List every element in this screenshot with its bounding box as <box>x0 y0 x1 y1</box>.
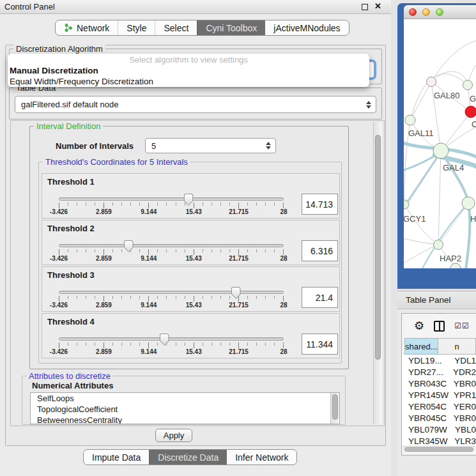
horizontal-scrollbar[interactable] <box>403 446 475 452</box>
list-scrollbar[interactable] <box>330 393 339 424</box>
table-cell[interactable]: YBL0 <box>450 425 476 434</box>
node-label: GA <box>470 94 476 104</box>
table-cell[interactable]: YPR145W <box>402 390 449 400</box>
tab-select[interactable]: Select <box>155 20 197 35</box>
table-cell[interactable]: YDL19... <box>402 356 449 365</box>
node-gal80[interactable] <box>427 77 436 87</box>
table-row[interactable]: YDR27...YDR2 <box>402 366 476 378</box>
node-label: GAL80 <box>434 91 459 100</box>
threshold-4-slider[interactable] <box>59 337 284 341</box>
table-data-value: galFiltered.sif default node <box>21 100 118 109</box>
attributes-group-title: Attributes to discretize <box>26 371 113 381</box>
minimize-traffic-light-icon[interactable] <box>422 8 430 16</box>
list-item[interactable]: TopologicalCoefficient <box>31 404 339 415</box>
slider-ticks <box>59 249 284 255</box>
table-panel-title: Table Panel <box>406 295 451 305</box>
table-cell[interactable]: YBR043C <box>402 379 449 388</box>
tab-style[interactable]: Style <box>118 20 155 35</box>
interval-definition-title: Interval Definition <box>34 121 103 131</box>
table-data-combobox[interactable]: galFiltered.sif default node <box>15 96 376 113</box>
table-cell[interactable]: YBR045C <box>402 413 449 423</box>
tick-label: 9.144 <box>141 348 157 355</box>
tab-cyni-toolbox[interactable]: Cyni Toolbox <box>197 20 265 35</box>
interval-definition-group: Interval Definition Number of Intervals … <box>29 126 349 369</box>
network-canvas[interactable]: GAL80 GA GAL11 GAL4 GCY1 H HAP2 C <box>404 19 476 268</box>
scrollbar-thumb[interactable] <box>404 447 473 452</box>
list-item[interactable]: BetweennessCentrality <box>31 415 339 424</box>
table-row[interactable]: YBL079WYBL0 <box>402 424 476 435</box>
tick-label: 15.43 <box>186 208 202 215</box>
threshold-1-panel: Threshold 1 -3.426 2.859 9.144 15.43 21.… <box>42 173 340 219</box>
tick-label: 2.859 <box>96 255 112 262</box>
node[interactable] <box>462 197 475 210</box>
threshold-2-slider[interactable] <box>59 244 284 247</box>
algorithm-dropdown-popup: Select algorithm to view settings Manual… <box>8 54 369 87</box>
float-window-icon[interactable] <box>362 4 368 10</box>
tick-label: -3.426 <box>50 348 68 355</box>
tick-label: 9.144 <box>141 208 157 215</box>
column-header-shared[interactable]: shared... <box>404 338 438 355</box>
node-label: H <box>470 214 476 224</box>
table-row[interactable]: YDL19...YDL1 <box>402 355 476 366</box>
gear-icon[interactable]: ⚙ <box>414 320 424 332</box>
node-table-rows[interactable]: YDL19...YDL1YDR27...YDR2YBR043CYBR0YPR14… <box>402 355 476 446</box>
table-cell[interactable]: YBR0 <box>449 379 476 388</box>
tick-label: 2.859 <box>96 348 112 355</box>
list-item[interactable]: SelfLoops <box>31 393 339 404</box>
table-cell[interactable]: YLR3 <box>449 436 476 446</box>
table-row[interactable]: YBR043CYBR0 <box>402 378 476 389</box>
bottom-tab-bar: Impute Data Discretize Data Infer Networ… <box>83 449 297 465</box>
node-gal11[interactable] <box>405 115 415 125</box>
scrollbar-thumb[interactable] <box>332 394 338 420</box>
dropdown-option-manual[interactable]: Manual Discretization <box>8 65 369 76</box>
control-panel: Control Panel ✕ Network Style Select Cyn… <box>0 0 391 476</box>
zoom-traffic-light-icon[interactable] <box>436 8 443 16</box>
table-cell[interactable]: YDL1 <box>449 356 476 365</box>
tick-label: 28 <box>280 255 287 262</box>
table-row[interactable]: YER054CYER0 <box>402 401 476 412</box>
table-cell[interactable]: YLR345W <box>402 436 449 446</box>
threshold-3-slider[interactable] <box>59 291 284 294</box>
threshold-1-value[interactable]: 14.713 <box>302 194 338 215</box>
apply-button[interactable]: Apply <box>155 429 192 442</box>
table-row[interactable]: YPR145WYPR1 <box>402 389 476 401</box>
table-cell[interactable]: YPR1 <box>449 390 476 400</box>
table-cell[interactable]: YBR0 <box>449 413 476 423</box>
table-cell[interactable]: YDR2 <box>448 367 476 377</box>
numerical-attributes-list[interactable]: SelfLoops TopologicalCoefficient Between… <box>30 392 340 424</box>
tab-network[interactable]: Network <box>56 20 118 35</box>
table-row[interactable]: YBR045CYBR0 <box>402 412 476 424</box>
select-checkboxes-icon[interactable]: ☑☑ <box>454 321 470 330</box>
threshold-1-slider[interactable] <box>59 197 284 201</box>
tick-label: 21.715 <box>229 255 249 262</box>
node-gal4[interactable] <box>433 143 449 158</box>
table-cell[interactable]: YBL079W <box>402 425 450 434</box>
combo-arrows-icon <box>266 142 271 150</box>
dropdown-option-equal-width[interactable]: Equal Width/Frequency Discretization <box>8 76 369 87</box>
tab-impute-data[interactable]: Impute Data <box>84 450 149 464</box>
threshold-4-value[interactable]: 11.344 <box>302 334 338 355</box>
tab-jactivemnodules[interactable]: jActiveMNodules <box>265 20 348 35</box>
threshold-3-value[interactable]: 21.4 <box>302 287 338 308</box>
top-tab-bar: Network Style Select Cyni Toolbox jActiv… <box>55 20 349 36</box>
node[interactable] <box>450 263 461 268</box>
tab-discretize-data[interactable]: Discretize Data <box>149 450 227 464</box>
column-header-name[interactable]: n <box>438 338 476 355</box>
close-icon[interactable]: ✕ <box>374 1 381 11</box>
node[interactable] <box>463 81 473 90</box>
tab-infer-network[interactable]: Infer Network <box>227 450 296 464</box>
tick-label: 2.859 <box>96 208 112 215</box>
table-cell[interactable]: YDR27... <box>402 367 448 377</box>
number-of-intervals-combobox[interactable]: 5 <box>145 138 276 153</box>
vertical-scrollbar[interactable] <box>373 122 382 424</box>
columns-icon[interactable] <box>434 321 445 332</box>
threshold-2-label: Threshold 2 <box>47 224 95 233</box>
table-row[interactable]: YLR345WYLR3 <box>402 435 476 446</box>
table-cell[interactable]: YER054C <box>402 402 449 411</box>
threshold-2-value[interactable]: 6.316 <box>302 240 338 261</box>
scrollbar-thumb[interactable] <box>375 135 381 360</box>
node-hap2[interactable] <box>434 240 443 250</box>
close-traffic-light-icon[interactable] <box>409 8 417 16</box>
node-selected-red[interactable] <box>465 106 476 118</box>
table-cell[interactable]: YER0 <box>449 402 476 411</box>
